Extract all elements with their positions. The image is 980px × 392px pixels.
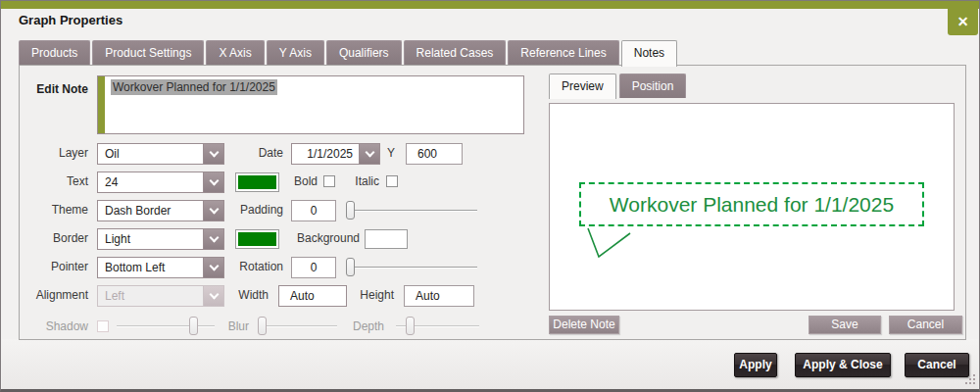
italic-label: Italic [348,174,379,188]
bold-label: Bold [290,174,318,188]
rotation-input[interactable]: 0 [291,257,336,278]
theme-label: Theme [24,203,88,217]
dialog-title: Graph Properties [19,13,122,27]
background-label: Background [296,231,360,245]
close-button[interactable]: ✕ [948,9,978,35]
layer-label: Layer [24,146,88,160]
bold-checkbox[interactable] [323,175,335,187]
tab-products[interactable]: Products [19,40,90,65]
note-preview-text: Workover Planned for 1/1/2025 [610,193,894,217]
chevron-down-icon [209,205,219,215]
edit-note-text: Workover Planned for 1/1/2025 [111,79,277,95]
apply-button[interactable]: Apply [734,353,777,377]
cancel-note-button[interactable]: Cancel [889,316,962,334]
close-icon: ✕ [957,14,969,29]
shadow-checkbox [97,320,109,332]
background-color-swatch[interactable] [365,229,408,249]
depth-label: Depth [347,319,384,333]
rotation-label: Rotation [230,260,283,273]
note-preview-bubble: Workover Planned for 1/1/2025 [579,182,924,226]
depth-slider [396,316,479,337]
resize-grip-icon[interactable] [964,373,976,385]
edit-note-label: Edit Note [24,82,88,96]
tab-notes[interactable]: Notes [621,40,677,67]
chevron-down-icon [209,176,219,186]
padding-slider[interactable] [350,200,477,221]
tab-x-axis[interactable]: X Axis [206,40,264,65]
note-accent-bar [98,76,105,133]
chevron-down-icon [209,148,219,158]
pointer-select[interactable]: Bottom Left [97,257,224,278]
width-label: Width [233,288,269,302]
graph-properties-dialog: Graph Properties ✕ Products Product Sett… [0,0,980,392]
text-size-select[interactable]: 24 [97,172,224,193]
notes-tab-panel: Edit Note Workover Planned for 1/1/2025 … [19,65,966,340]
chevron-down-icon [209,290,219,300]
padding-input[interactable]: 0 [291,200,336,221]
rotation-slider[interactable] [350,257,477,278]
chevron-down-icon [209,233,219,243]
padding-label: Padding [230,203,283,217]
preview-tab-bar: Preview Position [549,74,686,98]
height-label: Height [356,288,394,302]
layer-select[interactable]: Oil [97,143,224,165]
shadow-slider [117,316,215,337]
tab-bar: Products Product Settings X Axis Y Axis … [19,40,677,65]
date-label: Date [230,146,283,160]
tab-qualifiers[interactable]: Qualifiers [326,40,402,65]
height-input[interactable]: Auto [404,285,474,307]
slider-thumb[interactable] [346,201,355,220]
tab-reference-lines[interactable]: Reference Lines [508,40,618,65]
delete-note-button[interactable]: Delete Note [549,316,619,334]
tab-y-axis[interactable]: Y Axis [267,40,324,65]
blur-label: Blur [223,319,249,333]
y-label: Y [379,146,395,160]
border-color-swatch[interactable] [235,229,279,249]
tab-position[interactable]: Position [619,74,687,98]
border-select[interactable]: Light [97,228,224,250]
tab-related-cases[interactable]: Related Cases [404,40,507,65]
slider-thumb [258,317,267,335]
text-size-label: Text [24,174,88,188]
edit-note-textarea[interactable]: Workover Planned for 1/1/2025 [97,75,524,134]
blur-slider [259,316,337,337]
width-input[interactable]: Auto [278,285,347,307]
italic-checkbox[interactable] [386,175,398,187]
tab-product-settings[interactable]: Product Settings [92,40,204,65]
alignment-label: Alignment [24,288,88,302]
slider-thumb [406,317,415,335]
theme-select[interactable]: Dash Border [97,200,224,221]
dialog-accent-bar [1,1,979,9]
note-preview-area: Workover Planned for 1/1/2025 [549,103,955,311]
slider-thumb[interactable] [346,258,355,276]
date-select[interactable]: 1/1/2025 [291,143,380,165]
pointer-label: Pointer [24,260,88,273]
tab-preview[interactable]: Preview [549,74,616,99]
cancel-button[interactable]: Cancel [905,353,969,377]
save-note-button[interactable]: Save [808,316,881,334]
chevron-down-icon [365,148,374,158]
border-label: Border [24,231,88,245]
apply-and-close-button[interactable]: Apply & Close [795,353,891,377]
chevron-down-icon [209,262,219,271]
text-color-swatch[interactable] [235,172,279,192]
y-input[interactable]: 600 [406,143,463,165]
alignment-select: Left [97,285,224,307]
shadow-label: Shadow [24,319,88,333]
note-pointer-icon [585,226,634,262]
slider-thumb [189,317,198,335]
